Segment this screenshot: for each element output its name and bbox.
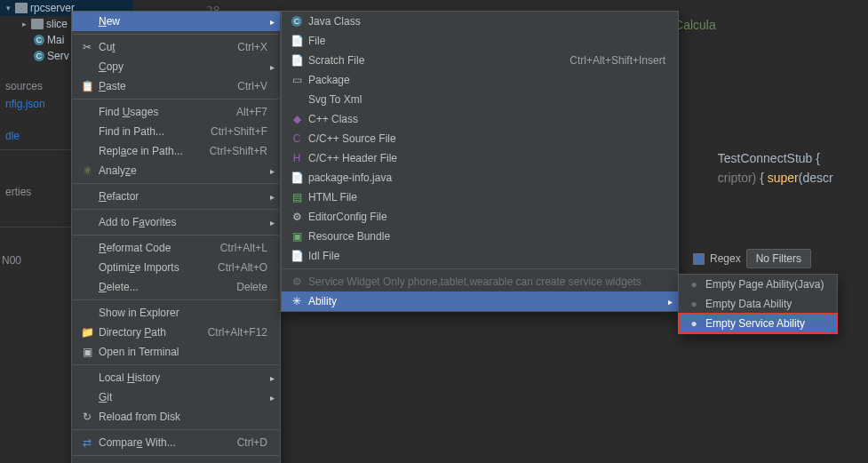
ability-submenu: ● Empty Page Ability(Java) ● Empty Data … <box>678 274 838 334</box>
menu-separator <box>73 429 279 430</box>
menu-label: C/C++ Header File <box>305 152 665 164</box>
menu-mark-directory[interactable]: Mark Directory as ▸ <box>72 459 280 463</box>
submenu-arrow-icon: ▸ <box>270 373 275 383</box>
ability-data[interactable]: ● Empty Data Ability <box>679 294 837 314</box>
menu-label: Replace in Path... <box>95 145 192 157</box>
menu-label: Git <box>95 391 267 403</box>
left-gutter: sources nfig.json dle erties <box>0 78 71 231</box>
menu-find-in-path[interactable]: Find in Path... Ctrl+Shift+F <box>72 122 280 141</box>
menu-label: Analyze <box>95 164 267 177</box>
menu-label: Java Class <box>305 15 665 28</box>
menu-separator <box>73 183 279 184</box>
menu-paste[interactable]: 📋 Paste Ctrl+V <box>72 76 280 96</box>
dot-icon: ● <box>686 298 702 310</box>
c-header-icon: H <box>289 152 305 164</box>
gutter-label: erties <box>0 184 71 200</box>
gutter-link-dle[interactable]: dle <box>0 126 71 146</box>
folder-icon <box>15 3 28 13</box>
new-resource-bundle[interactable]: ▣ Resource Bundle <box>282 227 678 246</box>
gutter-n00: N00 <box>2 254 21 267</box>
menu-label: Find Usages <box>95 106 219 118</box>
shortcut: Delete <box>219 281 267 293</box>
submenu-arrow-icon: ▸ <box>270 393 275 403</box>
menu-label: Cut <box>95 41 219 53</box>
menu-replace-in-path[interactable]: Replace in Path... Ctrl+Shift+R <box>72 141 280 161</box>
gutter-link-config[interactable]: nfig.json <box>0 94 71 114</box>
menu-add-favorites[interactable]: Add to Favorites ▸ <box>72 212 280 232</box>
ability-page[interactable]: ● Empty Page Ability(Java) <box>679 275 837 294</box>
menu-label: Paste <box>95 80 219 92</box>
new-html-file[interactable]: ▤ HTML File <box>282 188 678 207</box>
menu-show-explorer[interactable]: Show in Explorer <box>72 303 280 323</box>
cpp-icon: ◆ <box>289 113 305 125</box>
new-java-class[interactable]: C Java Class <box>282 12 678 31</box>
no-filters-button[interactable]: No Filters <box>746 249 811 268</box>
menu-optimize-imports[interactable]: Optimize Imports Ctrl+Alt+O <box>72 258 280 277</box>
new-c-source[interactable]: C C/C++ Source File <box>282 129 678 148</box>
menu-compare-with[interactable]: ⇄ Compare With... Ctrl+D <box>72 433 280 452</box>
filter-row: Regex No Filters <box>693 249 811 268</box>
shortcut: Ctrl+D <box>219 436 267 449</box>
menu-find-usages[interactable]: Find Usages Alt+F7 <box>72 102 280 122</box>
submenu-arrow-icon: ▸ <box>270 17 275 27</box>
menu-label: Ability <box>305 295 665 307</box>
menu-refactor[interactable]: Refactor ▸ <box>72 187 280 206</box>
new-cpp-class[interactable]: ◆ C++ Class <box>282 109 678 129</box>
regex-checkbox[interactable] <box>693 253 705 265</box>
menu-separator <box>73 455 279 456</box>
menu-local-history[interactable]: Local History ▸ <box>72 368 280 387</box>
html-icon: ▤ <box>289 191 305 204</box>
submenu-arrow-icon: ▸ <box>270 192 275 202</box>
terminal-icon: ▣ <box>79 346 95 358</box>
menu-label: Show in Explorer <box>95 307 267 319</box>
new-service-widget: ⚙ Service Widget Only phone,tablet,weara… <box>282 272 678 291</box>
menu-label: Reformat Code <box>95 242 203 254</box>
menu-delete[interactable]: Delete... Delete <box>72 277 280 297</box>
menu-separator <box>73 99 279 100</box>
new-package-info[interactable]: 📄 package-info.java <box>282 168 678 188</box>
code-line-3: criptor) { super(descr <box>688 156 833 199</box>
new-package[interactable]: ▭ Package <box>282 70 678 90</box>
menu-label: Empty Data Ability <box>702 298 824 310</box>
c-source-icon: C <box>289 132 305 145</box>
package-icon: ▭ <box>289 74 305 86</box>
paste-icon: 📋 <box>79 80 95 92</box>
reload-icon: ↻ <box>79 411 95 423</box>
new-file[interactable]: 📄 File <box>282 31 678 51</box>
menu-separator <box>73 299 279 300</box>
menu-analyze[interactable]: ⚛ Analyze ▸ <box>72 161 280 180</box>
submenu-arrow-icon: ▸ <box>270 218 275 228</box>
shortcut: Ctrl+Shift+F <box>193 125 267 138</box>
new-ability[interactable]: ✳ Ability ▸ <box>282 291 678 311</box>
new-editorconfig[interactable]: ⚙ EditorConfig File <box>282 207 678 227</box>
separator <box>0 227 71 228</box>
new-svg-to-xml[interactable]: Svg To Xml <box>282 90 678 109</box>
menu-label: Reload from Disk <box>95 411 267 423</box>
menu-label: Package <box>305 74 665 86</box>
menu-new[interactable]: New ▸ <box>72 12 280 31</box>
new-c-header[interactable]: H C/C++ Header File <box>282 148 678 168</box>
new-idl-file[interactable]: 📄 Idl File <box>282 246 678 266</box>
menu-separator <box>73 34 279 35</box>
new-scratch-file[interactable]: 📄 Scratch File Ctrl+Alt+Shift+Insert <box>282 51 678 70</box>
menu-label: New <box>95 15 267 28</box>
menu-label: Open in Terminal <box>95 346 267 358</box>
menu-directory-path[interactable]: 📁 Directory Path Ctrl+Alt+F12 <box>72 323 280 342</box>
menu-reformat-code[interactable]: Reformat Code Ctrl+Alt+L <box>72 238 280 258</box>
scratch-icon: 📄 <box>289 54 305 67</box>
menu-git[interactable]: Git ▸ <box>72 387 280 407</box>
menu-open-terminal[interactable]: ▣ Open in Terminal <box>72 342 280 362</box>
menu-label: Compare With... <box>95 436 219 449</box>
class-icon: C <box>289 16 305 27</box>
ability-service[interactable]: ● Empty Service Ability <box>679 314 837 333</box>
menu-label: Scratch File <box>305 54 552 67</box>
shortcut: Ctrl+V <box>219 80 267 92</box>
menu-reload-disk[interactable]: ↻ Reload from Disk <box>72 407 280 427</box>
menu-cut[interactable]: ✂ Cut Ctrl+X <box>72 37 280 57</box>
chevron-down-icon: ▾ <box>4 4 12 12</box>
dot-icon: ● <box>686 278 702 291</box>
menu-label: Service Widget Only phone,tablet,wearabl… <box>305 275 665 288</box>
menu-copy[interactable]: Copy ▸ <box>72 57 280 76</box>
separator <box>0 149 71 150</box>
menu-separator <box>283 268 677 269</box>
